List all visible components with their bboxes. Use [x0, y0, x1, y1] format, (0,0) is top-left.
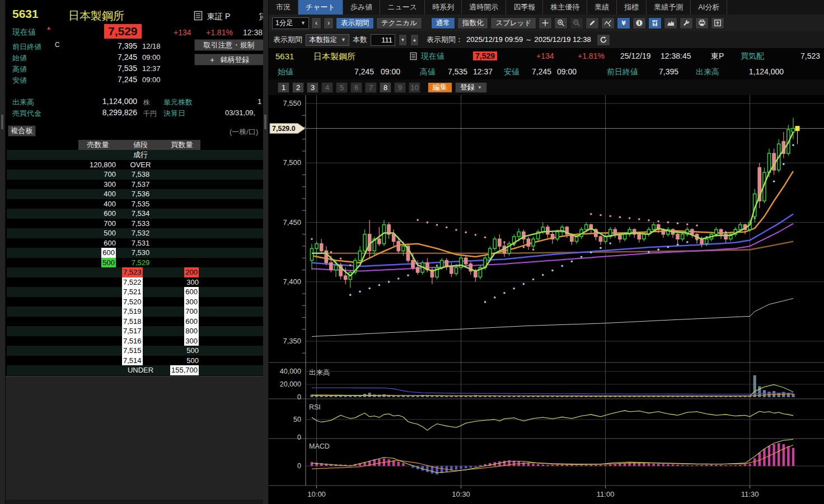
price-level: 7,533: [118, 219, 163, 229]
tab-2[interactable]: チャート: [298, 0, 343, 15]
zoom-in-button[interactable]: [554, 17, 568, 29]
chart-page-4-button[interactable]: 4: [321, 82, 333, 93]
splitter-grip[interactable]: [264, 115, 266, 129]
order-book-row[interactable]: 成行: [7, 150, 263, 160]
price-level: 7,534: [118, 209, 163, 219]
trendline-cursor-button[interactable]: [601, 17, 615, 29]
area-chart-icon: [667, 19, 675, 27]
order-book-row[interactable]: 7,521600: [7, 287, 263, 297]
order-book-row[interactable]: 5007,529: [7, 258, 263, 268]
pencil-button[interactable]: [586, 17, 599, 29]
splitter-grip[interactable]: [1, 115, 3, 129]
tab-1[interactable]: 市況: [269, 0, 298, 15]
printer-button[interactable]: [695, 17, 709, 29]
interval-dropdown[interactable]: 1分足 ▼: [272, 17, 309, 29]
register-button[interactable]: 登録▼: [455, 82, 487, 93]
prev-button[interactable]: ‹: [311, 17, 321, 29]
order-book-row[interactable]: 5007,532: [7, 228, 263, 238]
order-book-row[interactable]: 6007,531: [7, 238, 263, 248]
current-price-label: 現在値: [12, 27, 36, 37]
tab-12[interactable]: AI分析: [691, 0, 727, 15]
order-book-row[interactable]: 7007,533: [7, 219, 263, 229]
chart-page-7-button[interactable]: 7: [365, 82, 377, 93]
order-book-row[interactable]: 7,520300: [7, 297, 263, 307]
horizontal-scrollbar[interactable]: [6, 500, 263, 504]
crosshair-plus-button[interactable]: [539, 17, 552, 29]
tab-3[interactable]: 歩み値: [343, 0, 380, 15]
chart-panel: 市況チャート歩み値ニュース時系列適時開示四季報株主優待業績指標業績予測AI分析 …: [269, 0, 824, 504]
mode-indexed-button[interactable]: 指数化: [457, 17, 489, 29]
order-book-row[interactable]: 7007,538: [7, 169, 263, 180]
tab-6[interactable]: 適時開示: [462, 0, 506, 15]
sell-quantity: 400: [104, 199, 116, 209]
mode-spread-button[interactable]: スプレッド: [490, 17, 536, 29]
order-book-row[interactable]: 6007,534: [7, 209, 263, 219]
tab-9[interactable]: 業績: [587, 0, 617, 15]
high-label: 高値: [12, 64, 27, 74]
technical-button[interactable]: テクニカル: [376, 17, 422, 29]
order-book-row[interactable]: 3007,537: [7, 180, 263, 190]
svg-text:出来高: 出来高: [309, 369, 330, 376]
count-increment-button[interactable]: ▲: [410, 34, 419, 46]
add-watchlist-button[interactable]: ＋ 銘柄登録: [194, 54, 263, 65]
order-book-row[interactable]: 7,518600: [7, 317, 263, 327]
svg-text:MACD: MACD: [309, 442, 330, 450]
period-mode-value: 本数指定: [309, 35, 337, 45]
chart-page-6-button[interactable]: 6: [350, 82, 362, 93]
chart-page-1-button[interactable]: 1: [278, 82, 289, 93]
order-book-row[interactable]: 120,800OVER: [7, 160, 263, 170]
my-chart-button[interactable]: MY: [648, 17, 662, 29]
svg-text:10:00: 10:00: [307, 490, 326, 498]
next-button[interactable]: ›: [324, 17, 334, 29]
display-period-button[interactable]: 表示期間: [336, 17, 374, 29]
order-book-row[interactable]: UNDER155,700: [7, 365, 263, 375]
tab-7[interactable]: 四季報: [506, 0, 543, 15]
zoom-out-button[interactable]: [570, 17, 583, 29]
tab-5[interactable]: 時系列: [425, 0, 462, 15]
area-chart-button[interactable]: [664, 17, 677, 29]
printer-icon: [698, 19, 706, 27]
svg-text:7,350: 7,350: [283, 337, 301, 345]
trade-caution-button[interactable]: 取引注意・規制: [194, 39, 263, 51]
panel-splitter[interactable]: [263, 0, 269, 504]
left-splitter[interactable]: [0, 0, 6, 504]
order-book-row[interactable]: 4007,536: [7, 189, 263, 199]
chart-page-10-button[interactable]: 10: [409, 82, 420, 93]
period-mode-dropdown[interactable]: 本数指定 ▼: [306, 34, 349, 46]
order-book-row[interactable]: 7,517800: [7, 326, 263, 336]
order-book-row[interactable]: 7,515500: [7, 346, 263, 356]
edit-button[interactable]: 編集: [428, 82, 452, 93]
chart-page-9-button[interactable]: 9: [394, 82, 406, 93]
chart-page-2-button[interactable]: 2: [292, 82, 304, 93]
buy-quantity: 500: [186, 356, 199, 366]
chart-page-3-button[interactable]: 3: [307, 82, 319, 93]
bar-count-input[interactable]: 111: [371, 34, 395, 46]
price-level: 7,523: [122, 267, 143, 277]
order-book-row[interactable]: 4007,535: [7, 199, 263, 209]
svg-text:0: 0: [297, 462, 301, 470]
composite-board-button[interactable]: 複合板: [8, 125, 36, 136]
order-book-row[interactable]: 7,523200: [7, 267, 263, 277]
order-book-row[interactable]: 6007,530: [7, 248, 263, 258]
tab-11[interactable]: 業績予測: [647, 0, 691, 15]
mode-normal-button[interactable]: 通常: [431, 17, 455, 29]
tab-4[interactable]: ニュース: [380, 0, 425, 15]
yen-button[interactable]: ¥: [617, 17, 630, 29]
price-chart[interactable]: 7,5507,5007,4507,4007,35010:0010:3011:00…: [269, 95, 824, 504]
chart-page-8-button[interactable]: 8: [380, 82, 391, 93]
count-decrement-button[interactable]: ▼: [399, 34, 407, 46]
tab-8[interactable]: 株主優待: [543, 0, 587, 15]
order-book-row[interactable]: 7,522300: [7, 277, 263, 288]
info-button[interactable]: i: [633, 17, 646, 29]
order-book-header-1: 値段: [118, 140, 163, 150]
reload-button[interactable]: [597, 34, 610, 46]
order-book-row[interactable]: 7,514500: [7, 356, 263, 366]
chart-page-5-button[interactable]: 5: [336, 82, 348, 93]
export-window-button[interactable]: [711, 17, 724, 29]
wrench-button[interactable]: [680, 17, 693, 29]
svg-text:MY: MY: [653, 20, 658, 23]
order-book-row[interactable]: 7,519700: [7, 307, 263, 317]
strip-market: 東P: [711, 51, 724, 62]
order-book-row[interactable]: 7,516300: [7, 336, 263, 346]
tab-10[interactable]: 指標: [617, 0, 647, 15]
